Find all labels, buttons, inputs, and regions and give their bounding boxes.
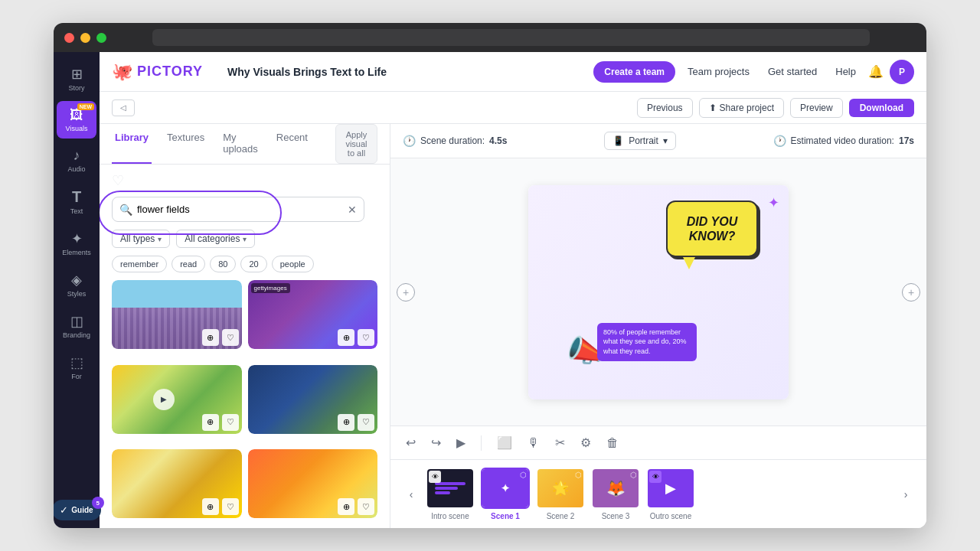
styles-icon: ◈ <box>71 272 82 289</box>
sidebar-item-story-label: Story <box>68 84 84 92</box>
favorite-icon[interactable]: ♡ <box>358 414 374 431</box>
add-scene-right-button[interactable]: + <box>902 283 920 302</box>
sidebar-item-styles[interactable]: ◈ Styles <box>57 266 96 304</box>
sidebar-item-for[interactable]: ⬚ For <box>57 348 96 386</box>
image-card[interactable]: ⊕ ♡ <box>248 449 378 518</box>
timeline-next-button[interactable]: › <box>897 486 914 503</box>
bell-icon[interactable]: 🔔 <box>868 64 884 79</box>
outro-thumb: ▶ 👁 <box>646 468 695 509</box>
undo-button[interactable]: ↩ <box>403 432 419 453</box>
captions-button[interactable]: ⬜ <box>494 432 515 453</box>
apply-visual-button[interactable]: Apply visual to all <box>335 124 377 164</box>
sidebar-item-elements-label: Elements <box>62 249 91 256</box>
maximize-button[interactable] <box>96 33 106 43</box>
add-to-scene-icon[interactable]: ⊕ <box>202 329 219 346</box>
add-to-scene-icon[interactable]: ⊕ <box>338 498 354 515</box>
tag-people[interactable]: people <box>272 256 314 272</box>
tab-recent[interactable]: Recent <box>273 124 311 164</box>
estimated-duration-info: 🕐 Estimated video duration: 17s <box>773 135 914 147</box>
sidebar-item-elements[interactable]: ✦ Elements <box>57 224 96 262</box>
sidebar-item-branding-label: Branding <box>63 331 90 339</box>
scene-canvas: ✦ DID YOU KNOW? <box>528 185 789 399</box>
sidebar-item-branding[interactable]: ◫ Branding <box>57 307 96 345</box>
cut-button[interactable]: ✂ <box>552 432 568 453</box>
sidebar: ⊞ Story NEW 🖼 Visuals ♪ Audio T Text ✦ E… <box>54 52 100 528</box>
tag-remember[interactable]: remember <box>112 256 167 272</box>
delete-button[interactable]: 🗑 <box>603 433 622 453</box>
filter-categories-dropdown[interactable]: All categories ▾ <box>176 230 255 248</box>
orientation-dropdown[interactable]: 📱 Portrait ▾ <box>604 132 676 150</box>
favorite-icon[interactable]: ♡ <box>222 414 239 431</box>
tab-library[interactable]: Library <box>112 124 152 164</box>
sidebar-item-story[interactable]: ⊞ Story <box>57 60 96 98</box>
filter-types-dropdown[interactable]: All types ▾ <box>112 230 170 248</box>
avatar[interactable]: P <box>890 60 914 84</box>
get-started-button[interactable]: Get started <box>762 63 823 80</box>
favorites-heart-icon[interactable]: ♡ <box>112 172 124 189</box>
image-card[interactable]: ⊕ ♡ <box>112 280 242 349</box>
sidebar-item-text[interactable]: T Text <box>57 182 96 221</box>
image-card[interactable]: ▶ ⊕ ♡ <box>112 365 242 434</box>
favorite-icon[interactable]: ♡ <box>358 329 374 346</box>
back-arrow-button[interactable]: ◁ <box>112 99 135 116</box>
project-title: Why Visuals Brings Text to Life <box>227 66 584 78</box>
sidebar-item-audio[interactable]: ♪ Audio <box>57 142 96 179</box>
image-card[interactable]: ⊕ ♡ <box>248 365 378 434</box>
favorite-icon[interactable]: ♡ <box>222 498 239 515</box>
text-icon: T <box>72 188 81 206</box>
close-button[interactable] <box>64 33 74 43</box>
add-scene-left-button[interactable]: + <box>397 283 415 302</box>
sidebar-item-visuals[interactable]: NEW 🖼 Visuals <box>57 101 96 139</box>
image-card[interactable]: ⊕ ♡ <box>112 449 242 518</box>
canvas-toolbar: ↩ ↪ ▶ ⬜ 🎙 ✂ ⚙ 🗑 <box>390 425 926 459</box>
app-window: ⊞ Story NEW 🖼 Visuals ♪ Audio T Text ✦ E… <box>54 23 926 528</box>
workspace: Library Textures My uploads Recent Apply… <box>100 124 926 528</box>
timeline-prev-button[interactable]: ‹ <box>403 486 420 503</box>
team-projects-button[interactable]: Team projects <box>681 63 756 80</box>
topbar: 🐙 PICTORY Why Visuals Brings Text to Lif… <box>100 52 926 92</box>
add-to-scene-icon[interactable]: ⊕ <box>338 414 354 431</box>
minimize-button[interactable] <box>80 33 90 43</box>
redo-button[interactable]: ↪ <box>428 432 444 453</box>
did-you-know-bubble: DID YOU KNOW? <box>666 201 758 257</box>
intro-thumb: 👁 <box>426 468 475 509</box>
share-project-button[interactable]: ⬆ Share project <box>699 98 784 118</box>
previous-button[interactable]: Previous <box>637 98 693 118</box>
settings-button[interactable]: ⚙ <box>577 432 594 453</box>
favorite-icon[interactable]: ♡ <box>222 329 239 346</box>
traffic-lights <box>64 33 106 43</box>
timeline: ‹ <box>390 459 926 528</box>
add-to-scene-icon[interactable]: ⊕ <box>202 498 219 515</box>
sidebar-item-for-label: For <box>71 373 82 380</box>
tab-my-uploads[interactable]: My uploads <box>220 124 261 164</box>
search-clear-icon[interactable]: ✕ <box>348 204 357 216</box>
favorite-icon[interactable]: ♡ <box>358 498 374 515</box>
help-button[interactable]: Help <box>829 63 862 80</box>
bubble-tail <box>683 257 695 269</box>
toolbar-separator <box>481 435 482 451</box>
tag-20[interactable]: 20 <box>240 256 266 272</box>
add-to-scene-icon[interactable]: ⊕ <box>338 329 354 346</box>
eye-icon-outro: 👁 <box>649 471 662 483</box>
left-panel: Library Textures My uploads Recent Apply… <box>100 124 390 528</box>
timeline-item-scene1[interactable]: ✦ ⬡ Scene 1 <box>481 468 530 520</box>
play-scene-button[interactable]: ▶ <box>453 432 469 453</box>
download-button[interactable]: Download <box>849 99 914 117</box>
timeline-item-scene3[interactable]: 🦊 ⬡ Scene 3 <box>591 468 640 520</box>
right-panel: 🕐 Scene duration: 4.5s 📱 Portrait ▾ <box>390 124 926 528</box>
create-team-button[interactable]: Create a team <box>593 61 675 83</box>
tab-textures[interactable]: Textures <box>164 124 207 164</box>
tag-80[interactable]: 80 <box>210 256 236 272</box>
timeline-item-scene2[interactable]: 🌟 ⬡ Scene 2 <box>536 468 585 520</box>
timeline-item-intro[interactable]: 👁 Intro scene <box>426 468 475 520</box>
tag-read[interactable]: read <box>172 256 205 272</box>
mic-button[interactable]: 🎙 <box>524 433 543 453</box>
search-input[interactable] <box>112 197 364 222</box>
preview-button[interactable]: Preview <box>790 98 843 118</box>
card-icons: ⊕ ♡ <box>338 329 374 346</box>
guide-button[interactable]: 5 ✓ Guide <box>54 500 101 520</box>
image-card[interactable]: gettyimages ⊕ ♡ <box>248 280 378 349</box>
play-button[interactable]: ▶ <box>153 389 175 410</box>
add-to-scene-icon[interactable]: ⊕ <box>202 414 219 431</box>
timeline-item-outro[interactable]: ▶ 👁 Outro scene <box>646 468 695 520</box>
